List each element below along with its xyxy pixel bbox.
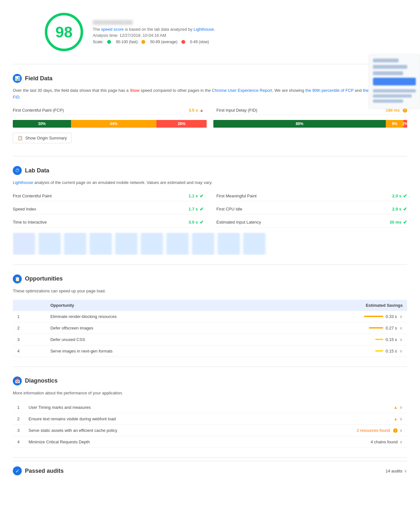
diag-num-0: 1 xyxy=(13,402,24,413)
check-icon-5: ✔ xyxy=(403,219,407,225)
diag-row-0: 1 User Timing marks and measures ▲ ∨ xyxy=(13,402,407,413)
fcp-bar-avg: 44% xyxy=(71,120,156,128)
fid-progress-bar: 89% 9% 2% xyxy=(213,120,408,128)
fcp-progress-bar: 30% 44% 26% xyxy=(13,120,207,128)
scale-legend: Scale: 90-100 (fast) 50-89 (average) 0-4… xyxy=(93,40,407,44)
lab-metric-value-2: 1.7 s ✔ xyxy=(189,206,204,212)
slow-badge: Slow xyxy=(130,88,139,93)
opportunities-symbol: 📋 xyxy=(15,276,20,281)
passed-expand-btn[interactable]: ∨ xyxy=(404,469,407,473)
opp-val-2: 0.15 s xyxy=(386,337,397,342)
fid-bar-fast: 89% xyxy=(213,120,386,128)
opp-savings-0: 0.33 s ∨ xyxy=(267,311,407,322)
opp-savings-1: 0.27 s ∨ xyxy=(267,322,407,334)
opp-row-3: 4 Serve images in next-gen formats 0.15 … xyxy=(13,345,407,357)
opp-val-1: 0.27 s xyxy=(386,326,397,330)
thumbnails-strip xyxy=(13,233,407,255)
opp-bar-0 xyxy=(364,316,383,317)
lab-metric-0: First Contentful Paint 1.1 s ✔ xyxy=(13,191,204,201)
opp-savings-3: 0.15 s ∨ xyxy=(267,345,407,357)
opp-row-1: 2 Defer offscreen images 0.27 s ∨ xyxy=(13,322,407,334)
lighthouse-link[interactable]: Lighthouse xyxy=(194,27,214,32)
diag-row-1: 2 Ensure text remains visible during web… xyxy=(13,413,407,424)
speed-score-link[interactable]: speed score xyxy=(101,27,124,32)
passed-audits-section: ✓ Passed audits 14 audits ∨ xyxy=(13,461,407,480)
lab-data-desc: Lighthouse analysis of the current page … xyxy=(13,179,407,186)
diagnostics-symbol: 📅 xyxy=(15,378,20,384)
thumb-7 xyxy=(192,233,214,255)
score-description: The speed score is based on the lab data… xyxy=(93,27,407,32)
bar-chart-icon: 📊 xyxy=(15,76,20,81)
opp-expand-3[interactable]: ∨ xyxy=(400,349,403,353)
divider-5 xyxy=(13,457,407,458)
lab-metric-label-2: Speed Index xyxy=(13,207,36,211)
thumb-8 xyxy=(218,233,240,255)
scale-slow: 0-49 (slow) xyxy=(190,40,209,44)
check-circle-icon: ✓ xyxy=(15,468,20,474)
lab-metrics-grid: First Contentful Paint 1.1 s ✔ First Mea… xyxy=(13,191,407,227)
thumb-2 xyxy=(64,233,86,255)
lab-data-header: ⏱ Lab Data xyxy=(13,166,407,175)
opp-col-num xyxy=(13,300,46,311)
opp-row-2: 3 Defer unused CSS 0.15 s ∨ xyxy=(13,334,407,345)
chrome-uer-link[interactable]: Chrome User Experience Report xyxy=(212,88,272,93)
lab-metric-label-1: First Meaningful Paint xyxy=(217,194,257,198)
diag-warn-icon-0: ▲ xyxy=(393,405,398,410)
lab-metric-label-3: First CPU Idle xyxy=(217,207,242,211)
diag-label-3: Minimize Critical Requests Depth xyxy=(24,436,269,448)
opp-expand-1[interactable]: ∨ xyxy=(400,326,403,330)
diag-label-2: Serve static assets with an efficient ca… xyxy=(24,424,269,436)
diag-value-1: ▲ ∨ xyxy=(269,413,407,424)
opportunities-header: 📋 Opportunities xyxy=(13,274,407,283)
diag-label-0: User Timing marks and measures xyxy=(24,402,269,413)
origin-summary-label: Show Origin Summary xyxy=(25,136,67,140)
opp-label-0: Eliminate render-blocking resources xyxy=(46,311,267,322)
score-circle: 98 xyxy=(45,13,83,51)
field-data-title: Field Data xyxy=(25,75,52,82)
diag-row-3: 4 Minimize Critical Requests Depth 4 cha… xyxy=(13,436,407,448)
fcp-warn-icon: ▲ xyxy=(200,108,204,113)
thumb-9 xyxy=(243,233,265,255)
thumb-1 xyxy=(38,233,61,255)
diag-expand-3[interactable]: ∨ xyxy=(400,440,403,444)
opp-num-3: 4 xyxy=(13,345,46,357)
chains-found-text: 4 chains found xyxy=(370,440,398,444)
opp-label-3: Serve images in next-gen formats xyxy=(46,345,267,357)
opp-col-savings: Estimated Savings xyxy=(267,300,407,311)
opp-row-0: 1 Eliminate render-blocking resources 0.… xyxy=(13,311,407,322)
fcp-percentile-link[interactable]: the 90th percentile of FCP xyxy=(305,88,354,93)
diag-expand-1[interactable]: ∨ xyxy=(400,416,403,421)
check-icon-4: ✔ xyxy=(200,219,204,225)
opp-bar-2 xyxy=(375,339,383,340)
show-origin-summary-button[interactable]: 📋 Show Origin Summary xyxy=(13,133,72,143)
opp-expand-0[interactable]: ∨ xyxy=(400,314,403,319)
lab-metric-value-3: 2.9 s ✔ xyxy=(392,206,407,212)
clock-icon: ⏱ xyxy=(15,168,20,173)
lab-metric-value-0: 1.1 s ✔ xyxy=(189,193,204,199)
opp-expand-2[interactable]: ∨ xyxy=(400,337,403,342)
lighthouse-lab-link[interactable]: Lighthouse xyxy=(13,180,33,185)
opp-table-header: Opportunity Estimated Savings xyxy=(13,300,407,311)
lab-metric-value-4: 3.0 s ✔ xyxy=(189,219,204,225)
diag-expand-0[interactable]: ∨ xyxy=(400,405,403,410)
lab-metric-1: First Meaningful Paint 2.0 s ✔ xyxy=(217,191,408,201)
opp-savings-2: 0.15 s ∨ xyxy=(267,334,407,345)
lab-metric-4: Time to Interactive 3.0 s ✔ xyxy=(13,218,204,227)
opp-num-0: 1 xyxy=(13,311,46,322)
lab-metric-label-5: Estimated Input Latency xyxy=(217,220,261,225)
score-url: https://example.com xyxy=(93,20,133,25)
diag-value-3: 4 chains found ∨ xyxy=(269,436,407,448)
diagnostics-header: 📅 Diagnostics xyxy=(13,376,407,385)
avg-dot xyxy=(141,40,145,44)
field-data-icon: 📊 xyxy=(13,74,22,83)
diag-num-3: 4 xyxy=(13,436,24,448)
analysis-time: Analysis time: 12/27/2018, 10:04:16 AM xyxy=(93,33,407,38)
fcp-metric: First Contentful Paint (FCP) 3.5 s ▲ xyxy=(13,106,204,115)
passed-audits-left: ✓ Passed audits xyxy=(13,466,64,475)
diag-num-1: 2 xyxy=(13,413,24,424)
opp-label-2: Defer unused CSS xyxy=(46,334,267,345)
thumb-5 xyxy=(141,233,163,255)
check-icon-2: ✔ xyxy=(200,206,204,212)
opp-num-1: 2 xyxy=(13,322,46,334)
diag-expand-2[interactable]: ∨ xyxy=(400,428,403,433)
